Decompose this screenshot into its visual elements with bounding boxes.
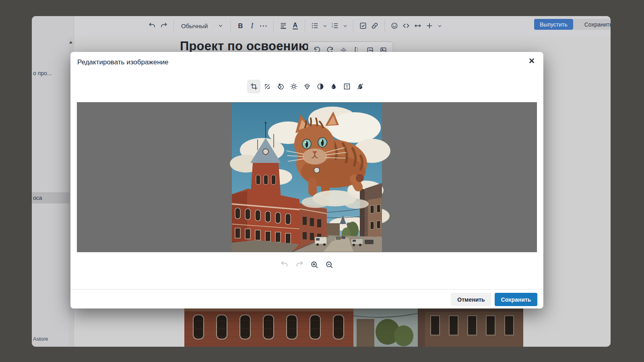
sharpen-tool-button[interactable] (300, 80, 314, 93)
sidebar-item[interactable]: Astore (32, 333, 70, 344)
rotate-tool-button[interactable] (274, 80, 287, 93)
toolbar-divider (173, 20, 174, 32)
svg-text:2: 2 (332, 25, 333, 28)
redo-icon (160, 22, 168, 30)
line-spacing-icon (279, 22, 287, 30)
svg-text:Y: Y (345, 84, 348, 89)
toolbar-divider (384, 20, 385, 32)
paragraph-style-select[interactable]: Обычный (181, 23, 223, 29)
numbered-list-icon: 12 (331, 22, 339, 30)
canvas-redo-button[interactable] (295, 260, 304, 269)
street-photo-bottom (184, 309, 523, 347)
edited-photo (232, 103, 382, 252)
brightness-icon (290, 82, 298, 90)
article-image[interactable] (184, 309, 523, 347)
link-icon (371, 22, 379, 30)
close-icon[interactable]: ✕ (528, 57, 535, 65)
grayscale-tool-button[interactable]: Y (340, 80, 353, 93)
toolbar-divider (353, 20, 353, 32)
emoji-button[interactable] (390, 20, 398, 32)
save-button[interactable]: Сохранить (495, 293, 537, 306)
editor-toolbar: Обычный B I ··· A 12 (74, 16, 611, 35)
zoom-out-button[interactable] (325, 260, 334, 269)
toolbar-divider (305, 20, 305, 32)
brightness-tool-button[interactable] (287, 80, 300, 93)
chevron-down-icon (438, 24, 442, 28)
contrast-tool-button[interactable] (314, 80, 327, 93)
canvas-controls (70, 260, 543, 269)
sidebar-item-label: оса (33, 195, 42, 201)
toolbar-divider (273, 20, 274, 32)
desaturate-tool-button[interactable] (353, 80, 367, 93)
image-edit-canvas[interactable] (77, 102, 537, 252)
modal-footer-divider (70, 289, 543, 290)
resize-tool-button[interactable] (260, 80, 274, 93)
zoom-in-icon (310, 260, 319, 269)
sharpen-icon (303, 82, 311, 90)
image-tools-toolbar: Y (70, 80, 543, 93)
checklist-icon (359, 22, 367, 30)
sidebar-item[interactable]: о про... (32, 68, 70, 79)
redo-button[interactable] (160, 20, 168, 32)
numbered-list-button[interactable]: 12 (331, 20, 339, 32)
text-color-button[interactable]: A (291, 20, 299, 32)
sidebar-item-selected[interactable]: оса (32, 192, 70, 204)
modal-title: Редактировать изображение (77, 58, 169, 66)
canvas-undo-button[interactable] (280, 260, 289, 269)
toolbar-divider (230, 20, 231, 32)
checklist-button[interactable] (359, 20, 367, 32)
grayscale-icon: Y (343, 82, 351, 90)
link-button[interactable] (371, 20, 379, 32)
paragraph-style-value: Обычный (181, 23, 208, 29)
chevron-down-icon (323, 24, 327, 28)
chevron-down-icon (218, 23, 223, 28)
plus-icon (425, 22, 433, 30)
desaturate-icon (356, 82, 364, 90)
bold-button[interactable]: B (236, 20, 244, 32)
bullet-list-button[interactable] (311, 20, 319, 32)
add-block-chevron[interactable] (437, 20, 442, 32)
zoom-out-icon (325, 260, 334, 269)
publish-button[interactable]: Выпустить (534, 19, 573, 30)
undo-icon (280, 260, 289, 269)
saturation-tool-button[interactable] (327, 80, 340, 93)
arrows-horizontal-icon (414, 22, 422, 30)
code-button[interactable] (402, 20, 410, 32)
saturation-icon (330, 82, 338, 90)
redo-icon (295, 260, 304, 269)
code-icon (402, 22, 410, 30)
numbered-list-chevron[interactable] (343, 20, 347, 32)
cancel-button[interactable]: Отменить (451, 293, 491, 306)
sidebar: о про... оса Astore (32, 16, 74, 347)
sidebar-item-label: Astore (33, 336, 48, 342)
add-block-button[interactable] (425, 20, 433, 32)
crop-icon (250, 82, 258, 90)
resize-icon (263, 82, 271, 90)
crop-tool-button[interactable] (247, 80, 260, 93)
bullet-list-chevron[interactable] (322, 20, 327, 32)
contrast-icon (316, 82, 324, 90)
more-formatting-button[interactable]: ··· (260, 20, 268, 32)
save-draft-button[interactable]: Сохранить (573, 19, 611, 30)
zoom-in-button[interactable] (310, 260, 319, 269)
sidebar-item-label: о про... (33, 70, 52, 76)
full-width-button[interactable] (414, 20, 422, 32)
line-spacing-button[interactable] (279, 20, 287, 32)
bullet-list-icon (311, 22, 319, 30)
undo-icon (148, 22, 156, 30)
scroll-up-icon[interactable] (69, 41, 72, 43)
text-color-glyph: A (293, 22, 298, 30)
emoji-icon (390, 22, 398, 30)
chevron-down-icon (343, 24, 347, 28)
edit-image-modal: Редактировать изображение ✕ Y (70, 52, 543, 309)
italic-button[interactable]: I (248, 20, 256, 32)
rotate-icon (277, 82, 285, 90)
undo-button[interactable] (148, 20, 156, 32)
